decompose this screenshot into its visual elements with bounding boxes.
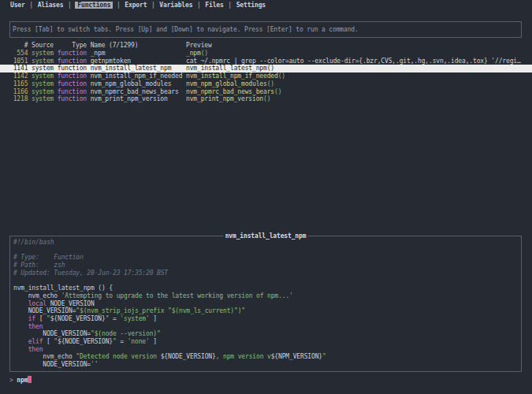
table-row[interactable]: 1218 system function nvm_print_npm_versi…	[0, 95, 532, 103]
table-row[interactable]: 1165 system function nvm_npm_global_modu…	[0, 80, 532, 88]
row-type: function	[58, 58, 91, 65]
function-list: 554 system function _npm _npm() 1051 sys…	[0, 50, 532, 103]
row-name: getnpmtoken	[91, 58, 186, 65]
row-type: function	[58, 95, 91, 102]
source-line: then	[13, 323, 521, 331]
code-segment: # Path: zsh	[13, 262, 65, 269]
code-segment: ''	[91, 361, 98, 368]
code-segment: ${NPM_VERSION}	[271, 353, 322, 360]
code-segment: nvm_install_latest_npm () {	[13, 284, 113, 292]
code-segment: ]	[150, 338, 157, 345]
code-segment: 'Attempting to upgrade to the latest wor…	[61, 292, 293, 299]
row-type: function	[58, 88, 91, 95]
code-segment	[13, 323, 28, 330]
row-name: nvm_install_npm_if_needed	[91, 72, 186, 80]
code-segment: , npm version v	[216, 353, 271, 360]
code-segment: #!/bin/bash	[13, 239, 54, 246]
table-row[interactable]: 1141 system function nvm_install_latest_…	[0, 65, 532, 72]
row-preview-segment: ()	[274, 88, 281, 95]
code-segment: [	[43, 338, 54, 345]
code-segment: ${NODE_VERSION}	[58, 338, 113, 345]
code-segment: # Updated: Tuesday, 20-Jun-23 17:35:20 B…	[13, 269, 168, 277]
code-segment: if	[28, 315, 35, 322]
code-segment: elif	[28, 338, 43, 345]
row-number: 1141	[9, 65, 32, 72]
code-segment: =	[117, 338, 128, 345]
tab-separator: |	[26, 2, 37, 9]
command-input[interactable]: npm	[17, 377, 28, 384]
row-name: nvm_npmrc_bad_news_bears	[91, 88, 186, 95]
source-line: local NODE_VERSION	[13, 300, 521, 308]
row-preview-segment: ()	[267, 65, 274, 72]
row-number: 1165	[9, 80, 32, 87]
source-line: NODE_VERSION="$(nvm_strip_iojs_prefix "$…	[13, 307, 521, 315]
row-number: 1142	[9, 72, 32, 80]
code-segment: "Detected node version	[76, 353, 160, 360]
code-segment: 'system'	[120, 315, 149, 322]
row-preview-segment: ()	[278, 72, 285, 80]
row-preview-segment: nvm_npmrc_bad_news_bears	[186, 88, 274, 95]
table-row[interactable]: 1051 system function getnpmtoken cat ~/.…	[0, 58, 532, 65]
row-source: system	[32, 58, 58, 65]
row-source: system	[32, 80, 58, 87]
source-line: nvm_install_latest_npm () {	[13, 284, 521, 292]
tab-export[interactable]: Export	[124, 2, 147, 9]
tab-separator: |	[147, 2, 158, 9]
source-line: # Updated: Tuesday, 20-Jun-23 17:35:20 B…	[13, 269, 521, 277]
row-preview-segment: nvm_install_latest_npm	[186, 65, 267, 72]
tab-aliases[interactable]: Aliases	[37, 2, 65, 9]
code-segment: # Type: Function	[13, 254, 84, 261]
code-segment: NODE_VERSION=	[13, 330, 91, 337]
preview-pane: nvm_install_latest_npm #!/bin/bash # Typ…	[9, 236, 522, 372]
code-segment: NODE_VERSION=	[13, 307, 76, 314]
source-line: elif [ "${NODE_VERSION}" = 'none' ]	[13, 338, 521, 346]
code-segment: local	[28, 300, 47, 307]
tab-user[interactable]: User	[9, 2, 26, 9]
row-preview-segment: nvm_print_npm_version	[186, 95, 263, 102]
row-type: function	[58, 50, 91, 57]
code-segment: "$(node --version)"	[91, 330, 161, 337]
tab-separator: |	[193, 2, 204, 9]
code-segment	[13, 338, 28, 345]
row-type: function	[58, 72, 91, 80]
code-segment: then	[28, 323, 43, 330]
table-row[interactable]: 1166 system function nvm_npmrc_bad_news_…	[0, 88, 532, 96]
code-segment	[13, 300, 28, 307]
source-line: if [ "${NODE_VERSION}" = 'system' ]	[13, 315, 521, 323]
row-number: 554	[9, 50, 32, 57]
source-line: NODE_VERSION=''	[13, 361, 521, 369]
row-name: nvm_npm_global_modules	[91, 80, 186, 87]
code-segment: then	[28, 346, 43, 353]
source-line: nvm_echo 'Attempting to upgrade to the l…	[13, 292, 521, 300]
table-row[interactable]: 1142 system function nvm_install_npm_if_…	[0, 72, 532, 80]
row-source: system	[32, 65, 58, 72]
row-preview-segment: ()	[201, 50, 208, 57]
code-segment: ${NODE_VERSION}	[161, 353, 216, 360]
code-segment: NODE_VERSION=	[13, 361, 91, 368]
row-preview-segment: ()	[267, 80, 274, 87]
code-segment: [	[35, 315, 47, 322]
tab-variables[interactable]: Variables	[158, 2, 193, 9]
source-line: nvm_echo "Detected node version ${NODE_V…	[13, 353, 521, 361]
tab-bar: User | Aliases | Functions | Export | Va…	[9, 2, 532, 9]
code-segment: =	[109, 315, 120, 322]
row-type: function	[58, 80, 91, 87]
text-cursor	[28, 376, 32, 383]
code-segment: ]	[150, 315, 157, 322]
tab-functions[interactable]: Functions	[75, 2, 113, 9]
source-line: then	[13, 346, 521, 354]
row-preview-segment: ()	[263, 95, 270, 102]
row-source: system	[32, 72, 58, 80]
source-line	[13, 277, 521, 284]
command-prompt[interactable]: > npm	[9, 376, 532, 385]
row-type: function	[58, 65, 91, 72]
source-line: # Type: Function	[13, 254, 521, 262]
row-number: 1051	[9, 58, 32, 65]
row-number: 1166	[9, 88, 32, 95]
tab-settings[interactable]: Settings	[236, 2, 266, 9]
row-name: _npm	[91, 50, 186, 57]
code-segment: nvm_echo	[13, 292, 61, 299]
function-source: #!/bin/bash # Type: Function# Path: zsh#…	[10, 236, 521, 369]
table-row[interactable]: 554 system function _npm _npm()	[0, 50, 532, 58]
tab-files[interactable]: Files	[204, 2, 224, 9]
